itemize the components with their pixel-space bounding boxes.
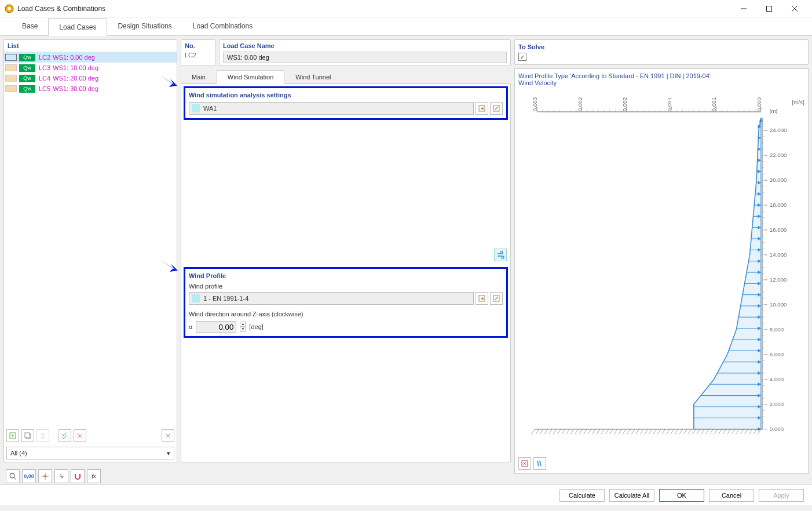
magnet-icon[interactable] xyxy=(71,469,85,483)
link-icon[interactable] xyxy=(54,469,68,483)
calculate-button[interactable]: Calculate xyxy=(559,489,605,502)
color-swatch xyxy=(192,294,200,302)
alpha-input[interactable] xyxy=(196,321,236,333)
svg-line-232 xyxy=(749,429,752,435)
tab-design-situations[interactable]: Design Situations xyxy=(107,17,182,35)
svg-text:0.001: 0.001 xyxy=(711,97,718,111)
lc-label: WS1: 10.00 deg xyxy=(53,64,98,71)
svg-text:0.000: 0.000 xyxy=(756,97,762,111)
list-item[interactable]: Qw LC3 WS1: 10.00 deg xyxy=(4,63,177,73)
svg-line-228 xyxy=(731,429,734,435)
chart-tool-2-icon[interactable] xyxy=(533,457,546,470)
annotation-arrow xyxy=(159,258,179,274)
to-solve-label: To Solve xyxy=(518,43,804,50)
svg-text:0.002: 0.002 xyxy=(621,97,628,111)
search-icon[interactable] xyxy=(6,469,20,483)
svg-line-198 xyxy=(601,429,604,435)
svg-line-201 xyxy=(614,429,617,435)
chevron-down-icon: ▾ xyxy=(167,450,170,457)
section-title: Wind simulation analysis settings xyxy=(189,92,503,98)
svg-line-184 xyxy=(540,429,543,435)
wind-profile-select[interactable]: 1 - EN 1991-1-4 xyxy=(189,292,474,305)
calculate-all-button[interactable]: Calculate All xyxy=(609,489,654,502)
svg-line-190 xyxy=(566,429,569,435)
svg-line-199 xyxy=(605,429,608,435)
list-header: List xyxy=(4,40,177,52)
new-icon[interactable]: + xyxy=(6,429,19,442)
delete-icon[interactable] xyxy=(162,429,174,442)
wind-icon[interactable] xyxy=(494,249,507,261)
svg-line-183 xyxy=(536,429,539,435)
close-button[interactable] xyxy=(782,0,807,17)
subtab-main[interactable]: Main xyxy=(181,70,217,84)
svg-line-217 xyxy=(684,429,687,435)
svg-rect-3 xyxy=(767,6,772,11)
subtab-wind-simulation[interactable]: Wind Simulation xyxy=(217,70,284,84)
svg-text:★: ★ xyxy=(480,105,485,111)
svg-line-214 xyxy=(671,429,674,435)
check-all-icon[interactable] xyxy=(58,429,71,442)
type-tag: Qw xyxy=(19,75,35,82)
tab-load-combinations[interactable]: Load Combinations xyxy=(182,17,263,35)
subtab-wind-tunnel[interactable]: Wind Tunnel xyxy=(284,70,342,84)
edit-entry-icon[interactable] xyxy=(490,102,503,115)
new-entry-icon[interactable]: ★ xyxy=(476,292,488,305)
alpha-spinner[interactable]: ▲▼ xyxy=(240,322,246,332)
svg-line-220 xyxy=(697,429,700,435)
chart-panel: Wind Profile Type 'According to Standard… xyxy=(514,68,809,474)
chart-title-2: Wind Velocity xyxy=(518,79,804,86)
ok-button[interactable]: OK xyxy=(659,489,704,502)
wind-sim-settings-section: Wind simulation analysis settings WA1 ★ xyxy=(184,86,508,120)
list-filter-select[interactable]: All (4) ▾ xyxy=(6,447,174,459)
function-icon[interactable]: fx xyxy=(87,469,101,483)
lc-label: WS1: 20.00 deg xyxy=(53,75,98,82)
list-item[interactable]: Qw LC5 WS1: 30.00 deg xyxy=(4,83,177,94)
new-entry-icon[interactable]: ★ xyxy=(476,102,488,115)
svg-line-210 xyxy=(653,429,656,435)
wind-dir-label: Wind direction around Z-axis (clockwise) xyxy=(189,311,503,317)
name-panel: Load Case Name WS1: 0.00 deg xyxy=(219,39,511,66)
name-value[interactable]: WS1: 0.00 deg xyxy=(223,52,507,63)
svg-text:6.000: 6.000 xyxy=(770,351,784,357)
uncheck-all-icon[interactable] xyxy=(74,429,86,442)
lc-label: WS1: 0.00 deg xyxy=(53,54,95,61)
to-solve-checkbox[interactable]: ✓ xyxy=(518,53,526,61)
lc-code: LC4 xyxy=(39,75,50,82)
wind-sim-settings-select[interactable]: WA1 xyxy=(189,102,474,115)
list-item[interactable]: Qw LC4 WS1: 20.00 deg xyxy=(4,73,177,83)
edit-entry-icon[interactable] xyxy=(490,292,503,305)
svg-line-182 xyxy=(532,429,535,435)
compass-icon[interactable] xyxy=(38,469,52,483)
units-icon[interactable]: 0,00 xyxy=(22,469,36,483)
svg-line-185 xyxy=(544,429,547,435)
svg-line-238 xyxy=(14,477,16,480)
svg-text:20.000: 20.000 xyxy=(770,177,787,183)
svg-line-209 xyxy=(649,429,652,435)
svg-point-239 xyxy=(44,475,46,477)
maximize-button[interactable] xyxy=(756,0,782,17)
svg-line-204 xyxy=(627,429,630,435)
tab-base[interactable]: Base xyxy=(12,17,48,35)
svg-line-229 xyxy=(736,429,739,435)
list-item[interactable]: Qw LC2 WS1: 0.00 deg xyxy=(4,52,177,63)
svg-line-193 xyxy=(579,429,582,435)
alpha-unit: [deg] xyxy=(249,323,263,330)
chart-tool-1-icon[interactable] xyxy=(518,457,531,470)
tab-load-cases[interactable]: Load Cases xyxy=(48,18,107,36)
to-solve-panel: To Solve ✓ xyxy=(514,39,809,65)
svg-text:22.000: 22.000 xyxy=(770,152,787,158)
list-filter-label: All (4) xyxy=(10,450,27,457)
svg-line-200 xyxy=(610,429,613,435)
no-label: No. xyxy=(185,42,211,49)
svg-text:[m]: [m] xyxy=(770,108,777,114)
minimize-button[interactable] xyxy=(731,0,756,17)
cancel-button[interactable]: Cancel xyxy=(709,489,754,502)
svg-text:+: + xyxy=(11,433,14,439)
svg-line-195 xyxy=(588,429,591,435)
color-swatch xyxy=(5,54,17,61)
svg-line-227 xyxy=(727,429,730,435)
window-titlebar: Load Cases & Combinations xyxy=(0,0,812,17)
alpha-symbol: α xyxy=(189,323,192,330)
copy-icon[interactable] xyxy=(21,429,34,442)
svg-line-230 xyxy=(740,429,743,435)
